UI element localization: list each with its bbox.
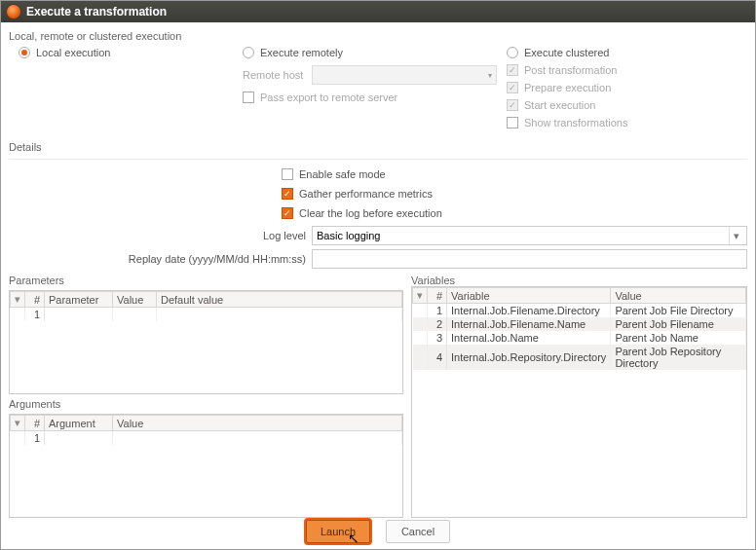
column-header[interactable]: # bbox=[25, 292, 45, 308]
table-cell[interactable]: Internal.Job.Filename.Name bbox=[447, 317, 611, 331]
gather-metrics-checkbox[interactable]: Gather performance metrics bbox=[282, 185, 747, 202]
column-header[interactable]: Default value bbox=[157, 292, 402, 308]
table-cell[interactable]: Internal.Job.Repository.Directory bbox=[447, 345, 611, 370]
local-execution-label: Local execution bbox=[36, 47, 110, 58]
execute-clustered-label: Execute clustered bbox=[524, 47, 609, 58]
column-header[interactable]: Value bbox=[113, 292, 157, 308]
table-row[interactable]: 3Internal.Job.NameParent Job Name bbox=[413, 331, 746, 345]
prepare-execution-label: Prepare execution bbox=[524, 82, 611, 93]
checkbox-icon bbox=[507, 64, 518, 76]
show-transformations-label: Show transformations bbox=[524, 117, 627, 128]
table-cell[interactable]: 1 bbox=[25, 431, 45, 446]
table-cell[interactable]: Parent Job Filename bbox=[611, 317, 746, 331]
column-header[interactable]: Argument bbox=[45, 416, 113, 431]
table-row[interactable]: 1 bbox=[11, 308, 402, 322]
show-transformations-checkbox: Show transformations bbox=[507, 114, 747, 131]
parameters-label: Parameters bbox=[9, 275, 403, 286]
radio-icon bbox=[507, 47, 518, 58]
post-transformation-label: Post transformation bbox=[524, 64, 617, 76]
chevron-down-icon: ▾ bbox=[729, 227, 742, 244]
gather-metrics-label: Gather performance metrics bbox=[299, 188, 433, 200]
checkbox-icon bbox=[282, 207, 293, 219]
pass-export-label: Pass export to remote server bbox=[260, 92, 397, 103]
parameters-table[interactable]: ▾#ParameterValueDefault value1 bbox=[9, 290, 403, 394]
radio-icon bbox=[19, 47, 30, 58]
start-execution-checkbox: Start execution bbox=[507, 96, 747, 114]
table-cell[interactable] bbox=[113, 431, 402, 446]
execution-group-label: Local, remote or clustered execution bbox=[9, 30, 747, 42]
chevron-down-icon: ▾ bbox=[488, 71, 492, 80]
table-row[interactable]: 4Internal.Job.Repository.DirectoryParent… bbox=[413, 345, 746, 370]
table-cell[interactable]: Parent Job Repository Directory bbox=[611, 345, 746, 370]
table-cell[interactable]: Internal.Job.Name bbox=[447, 331, 611, 345]
column-header[interactable]: Variable bbox=[447, 288, 611, 304]
pass-export-checkbox: Pass export to remote server bbox=[243, 89, 497, 106]
table-row[interactable]: 1Internal.Job.Filename.DirectoryParent J… bbox=[413, 304, 746, 318]
column-header[interactable]: Value bbox=[611, 288, 746, 304]
app-badge-icon bbox=[7, 5, 20, 18]
arguments-label: Arguments bbox=[9, 398, 403, 410]
execute-clustered-radio[interactable]: Execute clustered bbox=[507, 44, 747, 61]
log-level-select[interactable]: Basic logging ▾ bbox=[312, 226, 747, 245]
table-row[interactable]: 1 bbox=[11, 431, 402, 446]
column-menu-icon[interactable]: ▾ bbox=[11, 416, 25, 431]
column-header[interactable]: Parameter bbox=[45, 292, 113, 308]
start-execution-label: Start execution bbox=[524, 99, 595, 111]
post-transformation-checkbox: Post transformation bbox=[507, 61, 747, 79]
divider bbox=[9, 159, 747, 160]
window-titlebar: Execute a transformation bbox=[1, 1, 755, 22]
execute-remotely-label: Execute remotely bbox=[260, 47, 343, 58]
table-cell[interactable]: 1 bbox=[428, 304, 447, 318]
table-cell[interactable] bbox=[45, 308, 113, 322]
checkbox-icon bbox=[243, 92, 254, 103]
launch-button-label: Launch bbox=[321, 526, 356, 537]
table-cell[interactable]: 4 bbox=[428, 345, 447, 370]
dialog-footer: Launch ↖ Cancel bbox=[1, 520, 755, 543]
table-cell[interactable] bbox=[113, 308, 157, 322]
table-row[interactable]: 2Internal.Job.Filename.NameParent Job Fi… bbox=[413, 317, 746, 331]
cancel-button-label: Cancel bbox=[401, 526, 435, 537]
safe-mode-label: Enable safe mode bbox=[299, 168, 386, 180]
column-menu-icon[interactable]: ▾ bbox=[11, 292, 25, 308]
table-cell[interactable]: 3 bbox=[428, 331, 447, 345]
replay-date-label: Replay date (yyyy/MM/dd HH:mm:ss) bbox=[19, 253, 306, 265]
cancel-button[interactable]: Cancel bbox=[386, 520, 450, 543]
log-level-label: Log level bbox=[19, 230, 306, 241]
arguments-table[interactable]: ▾#ArgumentValue1 bbox=[9, 414, 403, 518]
log-level-value: Basic logging bbox=[317, 230, 380, 241]
column-header[interactable]: Value bbox=[113, 416, 402, 431]
replay-date-input[interactable] bbox=[312, 249, 747, 269]
details-group-label: Details bbox=[9, 141, 747, 153]
clear-log-label: Clear the log before execution bbox=[299, 207, 442, 219]
table-cell[interactable]: 2 bbox=[428, 317, 447, 331]
checkbox-icon bbox=[507, 117, 518, 128]
radio-icon bbox=[243, 47, 254, 58]
table-cell[interactable]: 1 bbox=[25, 308, 45, 322]
table-cell[interactable] bbox=[157, 308, 402, 322]
table-cell[interactable]: Parent Job File Directory bbox=[611, 304, 746, 318]
local-execution-radio[interactable]: Local execution bbox=[19, 44, 233, 61]
variables-table[interactable]: ▾#VariableValue1Internal.Job.Filename.Di… bbox=[411, 286, 747, 518]
remote-host-label: Remote host bbox=[243, 69, 306, 81]
variables-label: Variables bbox=[411, 275, 747, 286]
table-cell[interactable]: Parent Job Name bbox=[611, 331, 746, 345]
column-header[interactable]: # bbox=[428, 288, 447, 304]
table-cell[interactable]: Internal.Job.Filename.Directory bbox=[447, 304, 611, 318]
checkbox-icon bbox=[282, 168, 293, 180]
checkbox-icon bbox=[507, 99, 518, 111]
column-menu-icon[interactable]: ▾ bbox=[413, 288, 428, 304]
remote-host-dropdown: ▾ bbox=[312, 65, 497, 85]
prepare-execution-checkbox: Prepare execution bbox=[507, 79, 747, 96]
enable-safe-mode-checkbox[interactable]: Enable safe mode bbox=[282, 165, 747, 183]
checkbox-icon bbox=[507, 82, 518, 93]
clear-log-checkbox[interactable]: Clear the log before execution bbox=[282, 204, 747, 222]
table-cell[interactable] bbox=[45, 431, 113, 446]
window-title: Execute a transformation bbox=[26, 5, 167, 18]
launch-button[interactable]: Launch ↖ bbox=[306, 520, 370, 543]
column-header[interactable]: # bbox=[25, 416, 45, 431]
checkbox-icon bbox=[282, 188, 293, 200]
execute-remotely-radio[interactable]: Execute remotely bbox=[243, 44, 497, 61]
